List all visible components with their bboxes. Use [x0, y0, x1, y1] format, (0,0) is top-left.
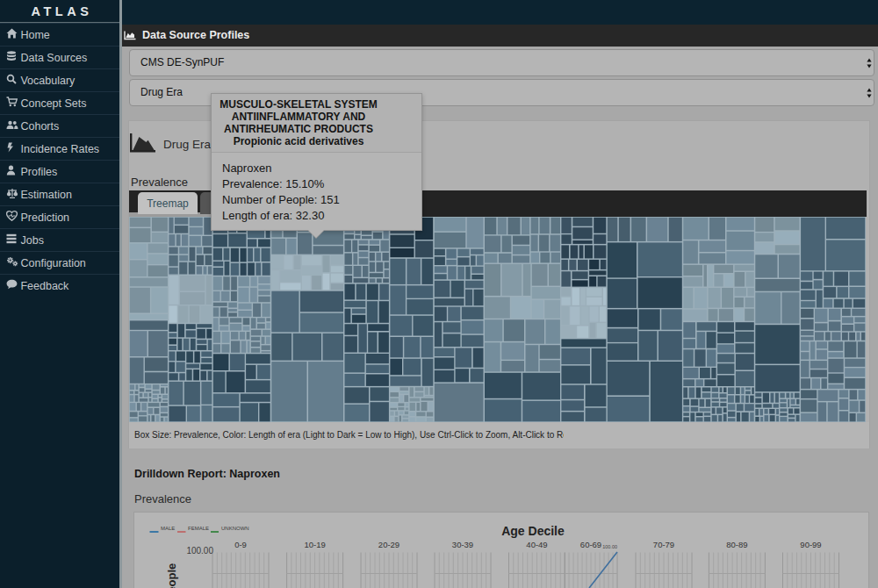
svg-text:100.00: 100.00	[602, 544, 617, 549]
svg-text:30-39: 30-39	[452, 540, 473, 549]
svg-text:People: People	[165, 563, 178, 588]
svg-text:MALE: MALE	[161, 526, 175, 531]
svg-text:UNKNOWN: UNKNOWN	[221, 526, 249, 531]
svg-text:70-79: 70-79	[653, 540, 674, 549]
svg-text:100.00: 100.00	[186, 546, 213, 556]
svg-text:90-99: 90-99	[800, 540, 821, 549]
svg-text:20-29: 20-29	[378, 540, 399, 549]
svg-text:FEMALE: FEMALE	[188, 526, 209, 531]
svg-text:0-9: 0-9	[234, 540, 247, 549]
svg-text:40-49: 40-49	[526, 540, 547, 549]
svg-text:Age Decile: Age Decile	[501, 524, 565, 538]
svg-text:80-89: 80-89	[726, 540, 747, 549]
svg-text:10-19: 10-19	[304, 540, 325, 549]
svg-text:60-69: 60-69	[580, 540, 601, 549]
